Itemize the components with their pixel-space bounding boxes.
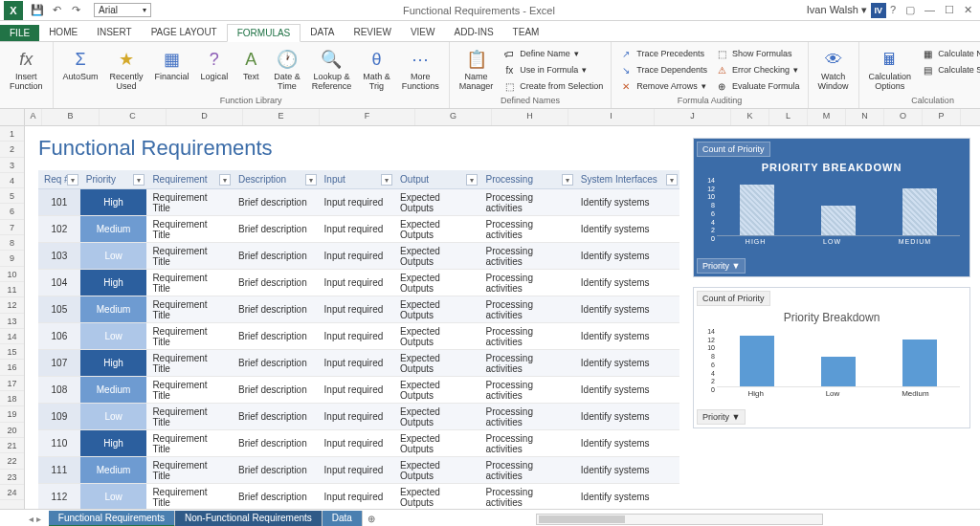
cell-input[interactable]: Input required <box>319 189 394 216</box>
column-header-K[interactable]: K <box>731 109 769 125</box>
cell-reqnum[interactable]: 109 <box>38 404 80 430</box>
cell-priority[interactable]: High <box>80 350 147 377</box>
cell-output[interactable]: Expected Outputs <box>394 484 479 510</box>
cell-system-interfaces[interactable]: Identify systems <box>575 430 679 457</box>
cell-priority[interactable]: High <box>80 189 147 216</box>
cell-description[interactable]: Brief description <box>233 457 319 484</box>
table-row[interactable]: 106LowRequirement TitleBrief description… <box>38 323 679 350</box>
cell-processing[interactable]: Processing activities <box>479 430 574 457</box>
datetime-button[interactable]: 🕐Date & Time <box>270 46 304 94</box>
filter-dropdown-icon[interactable]: ▾ <box>305 174 317 186</box>
redo-icon[interactable]: ↷ <box>67 2 84 19</box>
filter-dropdown-icon[interactable]: ▾ <box>466 174 478 186</box>
row-number[interactable]: 14 <box>0 329 24 344</box>
sheet-nav-prev-icon[interactable]: ◂ ▸ <box>29 514 49 524</box>
cell-processing[interactable]: Processing activities <box>479 377 574 404</box>
cell-output[interactable]: Expected Outputs <box>394 243 479 270</box>
column-header-P[interactable]: P <box>923 109 961 125</box>
table-row[interactable]: 108MediumRequirement TitleBrief descript… <box>38 377 679 404</box>
row-number[interactable]: 20 <box>0 423 24 438</box>
table-header[interactable]: Processing▾ <box>479 170 574 189</box>
scrollbar-thumb[interactable] <box>539 515 625 523</box>
sheet-tab[interactable]: Functional Requirements <box>49 511 175 526</box>
sheet-tab[interactable]: Non-Functional Requirements <box>175 511 323 526</box>
cell-description[interactable]: Brief description <box>233 216 319 243</box>
row-number[interactable]: 23 <box>0 470 24 485</box>
more-functions-button[interactable]: ⋯More Functions <box>398 46 443 94</box>
cell-processing[interactable]: Processing activities <box>479 296 574 323</box>
table-header[interactable]: Description▾ <box>233 170 319 189</box>
cell-requirement[interactable]: Requirement Title <box>146 189 233 216</box>
cell-system-interfaces[interactable]: Identify systems <box>575 323 679 350</box>
table-header[interactable]: Requirement▾ <box>146 170 233 189</box>
cell-processing[interactable]: Processing activities <box>479 189 574 216</box>
financial-button[interactable]: ▦Financial <box>151 46 193 84</box>
define-name-button[interactable]: 🏷Define Name ▾ <box>501 46 605 61</box>
cell-description[interactable]: Brief description <box>233 484 319 510</box>
cell-input[interactable]: Input required <box>319 457 394 484</box>
tab-formulas[interactable]: FORMULAS <box>227 24 301 42</box>
save-icon[interactable]: 💾 <box>29 2 46 19</box>
row-number[interactable]: 6 <box>0 204 24 219</box>
row-number[interactable]: 21 <box>0 438 24 453</box>
cell-description[interactable]: Brief description <box>233 296 319 323</box>
cell-priority[interactable]: Low <box>80 243 147 270</box>
filter-dropdown-icon[interactable]: ▾ <box>381 174 392 186</box>
add-sheet-button[interactable]: ⊕ <box>363 514 380 524</box>
column-header-F[interactable]: F <box>320 109 415 125</box>
use-in-formula-button[interactable]: fxUse in Formula ▾ <box>501 62 605 77</box>
text-button[interactable]: AText <box>235 46 266 84</box>
cell-processing[interactable]: Processing activities <box>479 270 574 296</box>
watch-window-button[interactable]: 👁Watch Window <box>814 46 853 94</box>
table-row[interactable]: 109LowRequirement TitleBrief description… <box>38 404 679 430</box>
font-name-box[interactable]: Arial▾ <box>94 3 151 17</box>
cell-input[interactable]: Input required <box>319 323 394 350</box>
cell-requirement[interactable]: Requirement Title <box>146 377 233 404</box>
cell-requirement[interactable]: Requirement Title <box>146 350 233 377</box>
help-icon[interactable]: ? <box>890 4 896 16</box>
cell-processing[interactable]: Processing activities <box>479 484 574 510</box>
cell-output[interactable]: Expected Outputs <box>394 430 479 457</box>
table-row[interactable]: 111MediumRequirement TitleBrief descript… <box>38 457 679 484</box>
cell-system-interfaces[interactable]: Identify systems <box>575 189 679 216</box>
cell-priority[interactable]: Medium <box>80 377 147 404</box>
cell-requirement[interactable]: Requirement Title <box>146 216 233 243</box>
cell-reqnum[interactable]: 101 <box>38 189 80 216</box>
cell-input[interactable]: Input required <box>319 377 394 404</box>
table-row[interactable]: 102MediumRequirement TitleBrief descript… <box>38 216 679 243</box>
cell-reqnum[interactable]: 111 <box>38 457 80 484</box>
chart-card[interactable]: Count of PriorityPriority Breakdown14121… <box>693 287 970 428</box>
close-icon[interactable]: ✕ <box>964 4 972 16</box>
row-number[interactable]: 11 <box>0 282 24 297</box>
cell-processing[interactable]: Processing activities <box>479 216 574 243</box>
cell-reqnum[interactable]: 108 <box>38 377 80 404</box>
sheet-content[interactable]: Functional Requirements Req #▾Priority▾R… <box>25 126 980 509</box>
cell-requirement[interactable]: Requirement Title <box>146 484 233 510</box>
row-number[interactable]: 12 <box>0 297 24 313</box>
row-number[interactable]: 7 <box>0 220 24 235</box>
name-manager-button[interactable]: 📋Name Manager <box>456 46 498 94</box>
cell-description[interactable]: Brief description <box>233 323 319 350</box>
math-button[interactable]: θMath & Trig <box>359 46 394 94</box>
logical-button[interactable]: ?Logical <box>197 46 233 84</box>
table-row[interactable]: 105MediumRequirement TitleBrief descript… <box>38 296 679 323</box>
cell-requirement[interactable]: Requirement Title <box>146 457 233 484</box>
sheet-tab[interactable]: Data <box>323 511 363 526</box>
cell-reqnum[interactable]: 104 <box>38 270 80 296</box>
cell-reqnum[interactable]: 106 <box>38 323 80 350</box>
evaluate-formula-button[interactable]: ⊕Evaluate Formula <box>713 78 802 94</box>
column-header-M[interactable]: M <box>808 109 846 125</box>
autosum-button[interactable]: ΣAutoSum <box>59 46 102 84</box>
row-number[interactable]: 13 <box>0 314 24 329</box>
minimize-icon[interactable]: — <box>924 4 935 16</box>
column-header-A[interactable]: A <box>25 109 42 125</box>
cell-description[interactable]: Brief description <box>233 350 319 377</box>
calculate-now-button[interactable]: ▦Calculate Now <box>919 46 980 61</box>
row-number[interactable]: 8 <box>0 235 24 251</box>
column-header-J[interactable]: J <box>655 109 731 125</box>
cell-processing[interactable]: Processing activities <box>479 404 574 430</box>
tab-view[interactable]: VIEW <box>401 24 445 41</box>
column-header-O[interactable]: O <box>884 109 923 125</box>
user-name[interactable]: Ivan Walsh ▾IV <box>807 3 890 18</box>
filter-dropdown-icon[interactable]: ▾ <box>67 174 78 186</box>
